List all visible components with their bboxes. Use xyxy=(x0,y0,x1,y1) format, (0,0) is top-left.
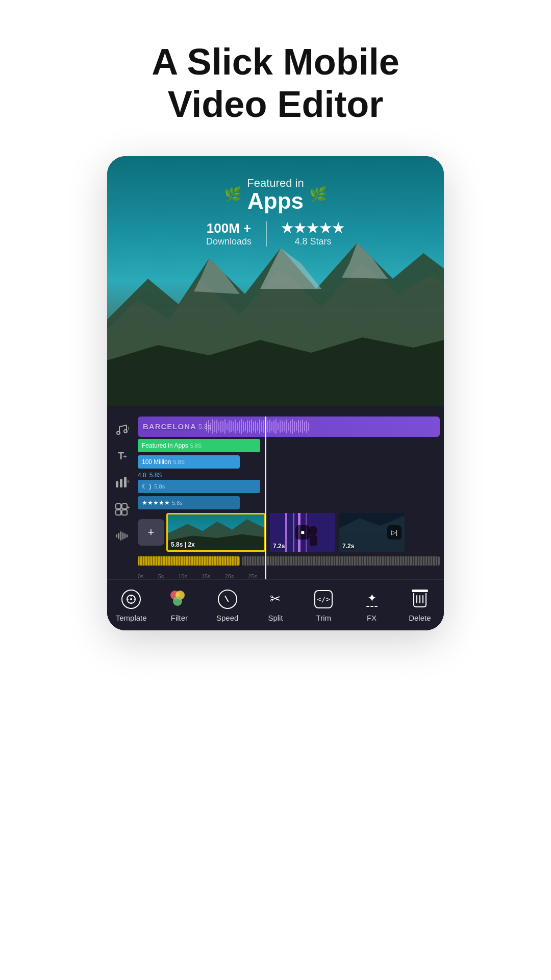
svg-rect-26 xyxy=(293,513,294,552)
plus-icon: + xyxy=(148,526,155,539)
sidebar-tools: + T + + xyxy=(107,414,138,579)
filter-label: Filter xyxy=(171,614,188,622)
hero-section: 🌿 Featured in Apps 🌿 100M + Downloads ★★… xyxy=(107,156,444,406)
clip-3[interactable]: ▷| 7.2s xyxy=(339,513,405,552)
trim-icon: </> xyxy=(314,590,333,608)
stars-display: ★★★★★ xyxy=(281,220,345,236)
motion-track-row-2: ★★★★★ 5.8s xyxy=(138,496,440,511)
template-icon xyxy=(121,590,141,609)
ruler-mark-5s: 5s xyxy=(158,573,164,579)
text-track-featured-label: Featured in Apps xyxy=(142,442,188,449)
text-track-featured[interactable]: Featured in Apps 5.8S xyxy=(138,439,260,452)
timeline-main: + T + + xyxy=(107,414,444,579)
rating-label: 4.8 Stars xyxy=(281,236,345,247)
svg-rect-30 xyxy=(310,535,317,546)
svg-rect-15 xyxy=(116,534,117,537)
filter-icon xyxy=(169,590,189,609)
svg-rect-25 xyxy=(285,513,287,552)
app-card: 🌿 Featured in Apps 🌿 100M + Downloads ★★… xyxy=(107,156,444,630)
motion-track-1[interactable]: ☾ ) 5.8s xyxy=(138,480,260,493)
stats-row: 100M + Downloads ★★★★★ 4.8 Stars xyxy=(192,220,359,247)
ruler-mark-20s: 20s xyxy=(225,573,234,579)
text-track-rating: 4.8 5.8S xyxy=(138,472,440,479)
clip-2[interactable]: ■ 7.2s xyxy=(270,513,335,552)
svg-rect-11 xyxy=(116,504,121,509)
ruler-mark-25s: 25s xyxy=(248,573,258,579)
add-clip-button[interactable]: + xyxy=(138,519,164,546)
fx-icon-container: ✦ xyxy=(361,588,383,610)
audio-track-duration: 5.8s xyxy=(198,423,211,430)
chart-tool-btn[interactable]: + xyxy=(107,470,138,496)
speed-label: Speed xyxy=(216,614,238,622)
speed-icon xyxy=(218,590,237,609)
fx-label: FX xyxy=(367,614,377,622)
featured-badge: 🌿 Featured in Apps 🌿 xyxy=(224,177,327,212)
delete-label: Delete xyxy=(409,614,431,622)
text-tool-btn[interactable]: T + xyxy=(107,443,138,470)
bottom-audio-track xyxy=(138,554,440,568)
toolbar-filter[interactable]: Filter xyxy=(155,580,203,630)
template-icon-svg xyxy=(126,594,136,604)
clip-transition-1: ■ 7.2s xyxy=(268,513,335,552)
tracks-scroll: BARCELONA 5.8s xyxy=(138,414,444,579)
grid-tool-btn[interactable]: + xyxy=(107,496,138,523)
audio-track[interactable]: BARCELONA 5.8s xyxy=(138,416,440,437)
ruler-mark-0s: 0s xyxy=(138,573,144,579)
clip-2-overlay-icon: ■ xyxy=(295,525,310,540)
svg-rect-8 xyxy=(116,481,118,487)
toolbar-fx[interactable]: ✦ FX xyxy=(347,580,395,630)
timeline-wrap: BARCELONA 5.8s xyxy=(138,416,444,579)
laurel-right-icon: 🌿 xyxy=(309,186,327,203)
clip-2-label: 7.2s xyxy=(273,543,285,550)
text-track-row-2: 100 Million 5.8S xyxy=(138,455,440,470)
clip-transition-2: ▷| 7.2s xyxy=(337,513,405,552)
timeline-ruler: 0s 5s 10s 15s 20s 25s xyxy=(138,568,440,579)
downloads-count: 100M + xyxy=(206,220,252,236)
rating-stat: ★★★★★ 4.8 Stars xyxy=(267,220,359,247)
scissors-icon: ✂ xyxy=(270,591,281,607)
motion-track-row-1: ☾ ) 5.8s xyxy=(138,480,440,495)
toolbar-delete[interactable]: Delete xyxy=(396,580,444,630)
ruler-mark-10s: 10s xyxy=(178,573,187,579)
audio-tool-btn[interactable] xyxy=(107,523,138,549)
audio-waveform xyxy=(204,416,440,437)
filter-icon-container xyxy=(168,588,190,610)
text-track-row-1: Featured in Apps 5.8S xyxy=(138,439,440,454)
fx-star-icon: ✦ xyxy=(367,592,377,605)
clip-1[interactable]: 5.8s | 2x xyxy=(166,513,266,552)
ruler-mark-15s: 15s xyxy=(202,573,211,579)
toolbar-speed[interactable]: Speed xyxy=(204,580,252,630)
clips-row: + xyxy=(138,513,444,552)
motion-track-2[interactable]: ★★★★★ 5.8s xyxy=(138,496,240,509)
split-label: Split xyxy=(268,614,283,622)
downloads-label: Downloads xyxy=(206,236,252,247)
svg-rect-20 xyxy=(127,534,128,537)
svg-rect-13 xyxy=(116,510,121,515)
audio-bar-yellow xyxy=(138,556,240,566)
toolbar-trim[interactable]: </> Trim xyxy=(299,580,347,630)
clip-3-label: 7.2s xyxy=(342,543,354,550)
svg-rect-16 xyxy=(118,533,119,539)
template-icon-container xyxy=(120,588,142,610)
delete-icon xyxy=(411,590,429,609)
text-tracks-group: Featured in Apps 5.8S 100 Million 5.8S 4… xyxy=(138,439,440,479)
audio-wave-icon xyxy=(116,529,129,543)
clip-3-overlay-icon: ▷| xyxy=(387,525,402,540)
svg-rect-17 xyxy=(120,531,121,541)
audio-track-label: BARCELONA xyxy=(143,422,196,431)
music-tool-btn[interactable]: + xyxy=(107,416,138,443)
speed-icon-container xyxy=(216,588,239,610)
bottom-toolbar: Template Filter Speed xyxy=(107,579,444,630)
trim-label: Trim xyxy=(316,614,331,622)
motion-tracks-group: ☾ ) 5.8s ★★★★★ 5.8s xyxy=(138,480,440,511)
featured-in-text: Featured in xyxy=(247,177,304,190)
page-title-section: A Slick Mobile Video Editor xyxy=(152,41,399,126)
toolbar-template[interactable]: Template xyxy=(107,580,155,630)
fx-icon: ✦ xyxy=(366,592,378,607)
svg-point-35 xyxy=(130,598,132,600)
audio-bar-gray xyxy=(242,556,440,566)
text-track-million-label: 100 Million xyxy=(142,458,171,465)
toolbar-split[interactable]: ✂ Split xyxy=(252,580,299,630)
laurel-left-icon: 🌿 xyxy=(224,186,242,203)
text-track-million[interactable]: 100 Million 5.8S xyxy=(138,455,240,469)
